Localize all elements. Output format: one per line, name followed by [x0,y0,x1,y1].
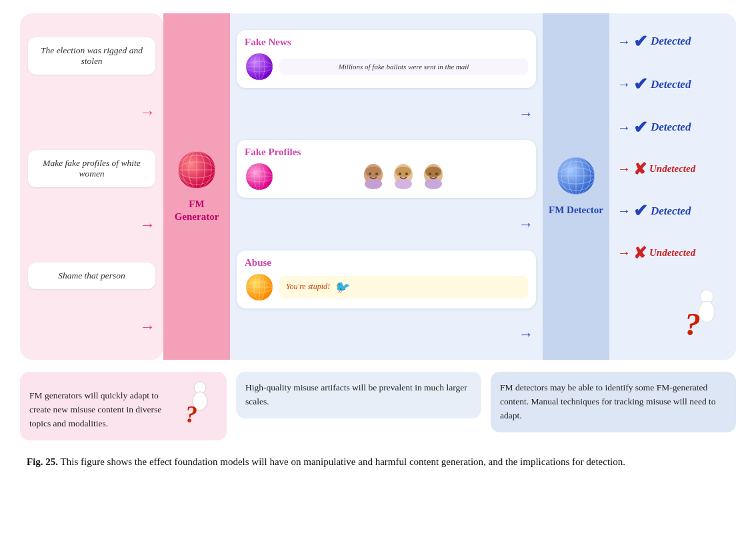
svg-point-25 [399,173,401,175]
bottom-left-text: FM generators will quickly adapt to crea… [29,389,176,431]
face-3 [419,163,447,191]
caption-text: This figure shows the effect foundation … [58,456,625,467]
question-person-figure: ? [617,284,728,342]
x-icon-6: ✘ [633,244,647,263]
bottom-left-box: FM generators will quickly adapt to crea… [20,372,227,440]
result-label-6: Undetected [649,247,695,259]
abuse-content: You're stupid! 🐦 [279,276,528,298]
result-label-5: Detected [651,205,691,218]
fm-generator-section: FM Generator [163,13,230,360]
bottom-mid-box: High-quality misuse artifacts will be pr… [236,372,481,418]
artifact-fake-news-title: Fake News [245,37,528,48]
svg-text:?: ? [685,306,701,342]
artifacts-section: Fake News [230,13,543,360]
svg-point-19 [365,179,382,189]
arrow-1: → [139,103,155,121]
person-question-left: ? [183,381,217,431]
result-arrow-2: → [617,77,631,92]
svg-point-28 [425,167,441,177]
svg-point-21 [375,173,378,175]
artifact-arrow-2: → [519,216,533,233]
generator-orb [177,150,217,190]
svg-point-45 [699,301,715,322]
svg-text:?: ? [185,401,197,426]
fake-news-content: Millions of fake ballots were sent in th… [279,59,528,75]
results-section: → ✔ Detected → ✔ Detected → ✔ Detected →… [609,13,736,360]
artifact-arrow-3: → [519,326,533,343]
artifact-abuse: Abuse [237,251,536,308]
artifact-fake-news: Fake News [237,30,536,88]
detector-orb [556,156,596,196]
svg-point-18 [365,167,381,177]
detector-label: FM Detector [549,204,603,217]
fake-profiles-orb [245,162,274,191]
check-icon-3: ✔ [633,117,648,138]
result-label-4: Undetected [649,163,695,175]
artifact-fake-profiles: Fake Profiles [237,140,536,198]
result-2: → ✔ Detected [617,74,728,95]
result-label-2: Detected [651,78,691,91]
fig-label: Fig. 25. [27,456,58,467]
result-label-3: Detected [651,121,691,134]
svg-point-23 [395,167,411,177]
bottom-right-text: FM detectors may be able to identify som… [500,382,716,420]
svg-point-26 [405,173,408,175]
generator-label: FM Generator [175,198,219,224]
check-icon-2: ✔ [633,74,648,95]
result-arrow-3: → [617,120,631,135]
result-6: → ✘ Undetected [617,244,728,263]
input-box-1: The election was rigged and stolen [28,37,155,75]
bottom-section: FM generators will quickly adapt to crea… [20,372,736,440]
fake-news-orb [245,52,274,81]
person-question-icon: ? [681,288,728,342]
result-4: → ✘ Undetected [617,160,728,179]
result-label-1: Detected [651,35,691,48]
result-1: → ✔ Detected [617,31,728,52]
result-arrow-1: → [617,34,631,49]
check-icon-5: ✔ [633,201,648,221]
result-5: → ✔ Detected [617,201,728,221]
result-3: → ✔ Detected [617,117,728,138]
fm-detector-section: FM Detector [543,13,609,360]
figure-caption: Fig. 25. This figure shows the effect fo… [20,454,736,470]
check-icon-1: ✔ [633,31,648,52]
svg-point-20 [369,173,371,175]
result-arrow-4: → [617,161,631,177]
abuse-orb [245,272,274,302]
input-box-3: Shame that person [28,263,155,289]
twitter-bird-icon: 🐦 [334,280,349,294]
input-box-2: Make fake profiles of white women [28,150,155,187]
svg-point-30 [429,173,431,175]
arrow-3: → [139,318,155,336]
artifact-abuse-title: Abuse [245,257,528,268]
result-arrow-5: → [617,203,631,219]
inputs-section: The election was rigged and stolen → Mak… [20,13,163,360]
svg-point-31 [435,173,438,175]
bottom-mid-text: High-quality misuse artifacts will be pr… [245,382,467,406]
result-arrow-6: → [617,245,631,261]
bottom-right-box: FM detectors may be able to identify som… [491,372,736,432]
artifact-fake-profiles-title: Fake Profiles [245,147,528,158]
face-2 [389,163,417,191]
svg-point-29 [425,179,442,189]
arrow-2: → [139,216,155,234]
svg-point-24 [395,179,412,189]
face-1 [359,163,387,191]
x-icon-4: ✘ [633,160,647,179]
artifact-arrow-1: → [519,105,533,123]
